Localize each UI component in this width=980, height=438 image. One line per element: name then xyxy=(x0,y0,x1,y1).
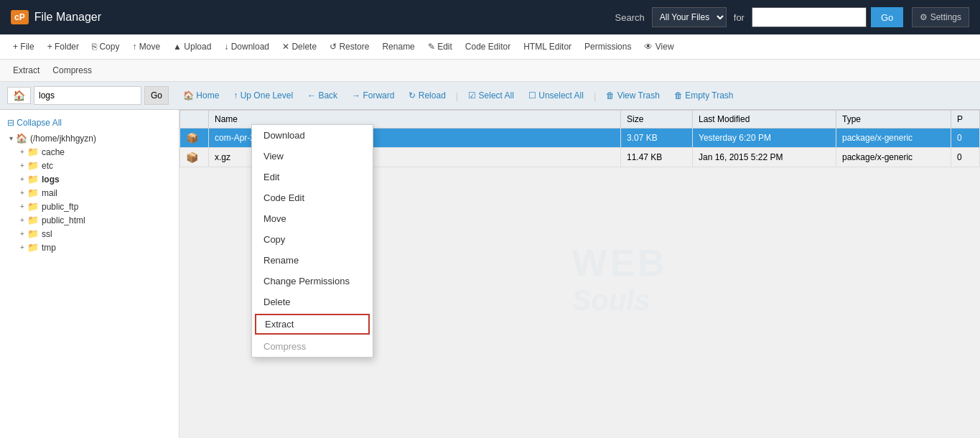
new-file-button[interactable]: + File xyxy=(7,39,40,55)
path-input[interactable] xyxy=(34,86,141,105)
copy-button[interactable]: ⎘ Copy xyxy=(86,39,125,55)
folder-icon: 📁 xyxy=(27,228,39,239)
ctx-copy[interactable]: Copy xyxy=(252,229,373,250)
move-button[interactable]: ↑ Move xyxy=(126,39,166,55)
forward-button[interactable]: → Forward xyxy=(346,88,400,103)
rename-button[interactable]: Rename xyxy=(376,39,420,55)
collapse-all-button[interactable]: ⊟ Collapse All xyxy=(0,116,179,130)
folder-icon: 📁 xyxy=(27,146,39,157)
restore-button[interactable]: ↺ Restore xyxy=(324,39,375,55)
sidebar-item-public-html[interactable]: + 📁 public_html xyxy=(11,213,179,227)
permissions-button[interactable]: Permissions xyxy=(579,39,637,55)
search-input[interactable] xyxy=(752,7,867,27)
cpanel-logo: cP xyxy=(11,10,29,24)
unselect-all-button[interactable]: ☐ Unselect All xyxy=(523,88,589,103)
app-title: File Manager xyxy=(34,11,101,24)
folder-icon: 📁 xyxy=(27,174,39,185)
col-permissions[interactable]: P xyxy=(951,111,980,129)
back-button[interactable]: ← Back xyxy=(302,88,343,103)
for-label: for xyxy=(734,12,745,23)
folder-icon: 📁 xyxy=(27,201,39,212)
settings-button[interactable]: ⚙ Settings xyxy=(912,7,969,27)
file-icon: 📦 xyxy=(186,152,198,163)
new-folder-button[interactable]: + Folder xyxy=(42,39,85,55)
ctx-rename[interactable]: Rename xyxy=(252,250,373,271)
sidebar-item-etc[interactable]: + 📁 etc xyxy=(11,159,179,172)
context-menu: Download View Edit Code Edit Move Copy R… xyxy=(251,124,373,358)
file-permissions-cell: 0 xyxy=(951,129,980,148)
file-permissions-cell: 0 xyxy=(951,148,980,167)
empty-trash-button[interactable]: 🗑 Empty Trash xyxy=(668,88,739,103)
path-go-button[interactable]: Go xyxy=(144,86,169,105)
file-type-cell: package/x-generic xyxy=(836,148,951,167)
search-scope-select[interactable]: All Your Files File Name File Content xyxy=(652,7,727,27)
reload-button[interactable]: ↻ Reload xyxy=(403,88,451,103)
ctx-code-edit[interactable]: Code Edit xyxy=(252,187,373,208)
watermark-line2: Souls xyxy=(572,284,668,317)
folder-icon: 📁 xyxy=(27,160,39,171)
file-type-cell: package/x-generic xyxy=(836,129,951,148)
sidebar-item-cache[interactable]: + 📁 cache xyxy=(11,145,179,159)
root-label: (/home/jkhhgyzn) xyxy=(30,134,96,144)
secondary-toolbar: Extract Compress xyxy=(0,60,980,82)
folder-icon: 📁 xyxy=(27,187,39,198)
main-layout: ⊟ Collapse All ▾ 🏠 (/home/jkhhgyzn) + 📁 … xyxy=(0,110,980,438)
view-trash-button[interactable]: 🗑 View Trash xyxy=(600,88,665,103)
upload-button[interactable]: ▲ Upload xyxy=(167,39,217,55)
html-editor-button[interactable]: HTML Editor xyxy=(518,39,577,55)
sidebar-item-mail[interactable]: + 📁 mail xyxy=(11,186,179,200)
compress-button[interactable]: Compress xyxy=(47,62,98,78)
folder-label-tmp: tmp xyxy=(42,243,56,253)
col-size[interactable]: Size xyxy=(621,111,693,129)
file-modified-cell: Jan 16, 2015 5:22 PM xyxy=(693,148,836,167)
main-toolbar: + File + Folder ⎘ Copy ↑ Move ▲ Upload ↓… xyxy=(0,34,980,60)
search-go-button[interactable]: Go xyxy=(871,7,903,27)
tree-root-row[interactable]: ▾ 🏠 (/home/jkhhgyzn) xyxy=(0,131,179,145)
folder-label-public-ftp: public_ftp xyxy=(42,202,78,212)
search-area: Search All Your Files File Name File Con… xyxy=(615,7,969,27)
expand-icon: ▾ xyxy=(6,134,16,142)
ctx-extract[interactable]: Extract xyxy=(255,314,370,335)
ctx-edit[interactable]: Edit xyxy=(252,167,373,187)
path-box: 🏠 Go xyxy=(7,86,169,105)
logo-area: cP File Manager xyxy=(11,10,101,24)
folder-icon: 📁 xyxy=(27,242,39,253)
folder-label-cache: cache xyxy=(42,147,65,157)
file-modified-cell: Yesterday 6:20 PM xyxy=(693,129,836,148)
col-type[interactable]: Type xyxy=(836,111,951,129)
file-icon: 📦 xyxy=(186,132,198,144)
sidebar-item-ssl[interactable]: + 📁 ssl xyxy=(11,227,179,241)
tree-root: ▾ 🏠 (/home/jkhhgyzn) + 📁 cache + 📁 etc +… xyxy=(0,130,179,256)
file-icon-cell: 📦 xyxy=(180,129,209,148)
ctx-download[interactable]: Download xyxy=(252,125,373,146)
navigation-bar: 🏠 Go 🏠 Home ↑ Up One Level ← Back → Forw… xyxy=(0,82,980,110)
ctx-delete[interactable]: Delete xyxy=(252,292,373,312)
watermark-line1: WEB xyxy=(572,241,668,284)
select-all-button[interactable]: ☑ Select All xyxy=(462,88,520,103)
download-button[interactable]: ↓ Download xyxy=(218,39,275,55)
view-button[interactable]: 👁 View xyxy=(638,39,679,55)
edit-button[interactable]: ✎ Edit xyxy=(422,39,458,55)
ctx-change-permissions[interactable]: Change Permissions xyxy=(252,271,373,292)
sidebar-item-tmp[interactable]: + 📁 tmp xyxy=(11,241,179,254)
sidebar-item-public-ftp[interactable]: + 📁 public_ftp xyxy=(11,200,179,213)
extract-button[interactable]: Extract xyxy=(7,62,45,78)
folder-label-mail: mail xyxy=(42,188,57,198)
ctx-view[interactable]: View xyxy=(252,146,373,167)
up-one-level-button[interactable]: ↑ Up One Level xyxy=(228,88,299,103)
ctx-compress[interactable]: Compress xyxy=(252,336,373,357)
file-size-cell: 11.47 KB xyxy=(621,148,693,167)
root-folder-icon: 🏠 xyxy=(16,133,27,144)
ctx-move[interactable]: Move xyxy=(252,208,373,229)
col-icon xyxy=(180,111,209,129)
new-file-label: + File xyxy=(13,42,34,52)
code-editor-button[interactable]: Code Editor xyxy=(459,39,516,55)
folder-icon: 📁 xyxy=(27,215,39,225)
home-icon-button[interactable]: 🏠 xyxy=(7,87,31,104)
folder-label-ssl: ssl xyxy=(42,229,52,239)
sidebar-item-logs[interactable]: + 📁 logs xyxy=(11,172,179,186)
home-nav-button[interactable]: 🏠 Home xyxy=(177,88,225,103)
delete-button[interactable]: ✕ Delete xyxy=(276,39,322,55)
folder-label-public-html: public_html xyxy=(42,215,85,225)
col-last-modified[interactable]: Last Modified xyxy=(693,111,836,129)
